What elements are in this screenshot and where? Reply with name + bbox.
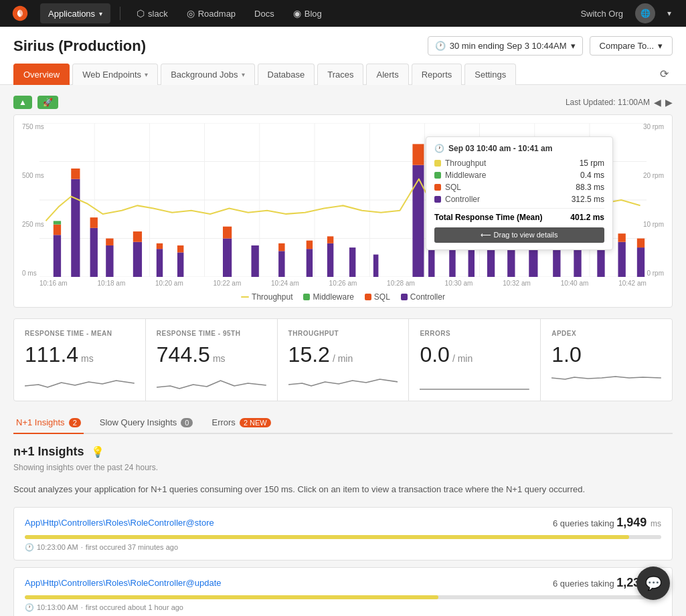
metric-value-throughput: 15.2 <box>288 342 330 367</box>
status-badge-main: ▲ <box>13 96 32 109</box>
switch-org-button[interactable]: Switch Org <box>574 5 630 22</box>
tooltip-middleware-row: Middleware 0.4 ms <box>434 171 604 180</box>
header-controls: 🕐 30 min ending Sep 3 10:44AM ▾ Compare … <box>428 36 673 56</box>
insights-title: n+1 Insights <box>13 445 84 459</box>
top-navigation: Applications ▾ ⬡ slack ◎ Roadmap Docs ◉ … <box>0 0 686 27</box>
metric-errors[interactable]: ERRORS 0.0 / min <box>409 319 540 401</box>
tab-errors-insights[interactable]: Errors 2 NEW <box>209 412 273 434</box>
legend-controller: Controller <box>401 292 445 302</box>
nav-divider <box>120 7 120 20</box>
svg-rect-36 <box>307 241 313 249</box>
tab-settings[interactable]: Settings <box>464 64 516 85</box>
user-avatar-button[interactable]: 🌐 <box>635 3 655 23</box>
chat-button[interactable]: 💬 <box>636 567 670 600</box>
tooltip-sql-row: SQL 88.3 ms <box>434 183 604 192</box>
status-indicators: ▲ 🚀 <box>13 96 58 109</box>
tab-reports[interactable]: Reports <box>412 64 462 85</box>
drag-to-view-button[interactable]: ⟵ Drag to view details <box>434 227 604 243</box>
deploy-icon: 🚀 <box>43 98 53 107</box>
tab-traces[interactable]: Traces <box>317 64 363 85</box>
nav-next-button[interactable]: ▶ <box>665 97 673 108</box>
compare-to-button[interactable]: Compare To... ▾ <box>590 36 673 56</box>
tab-web-endpoints[interactable]: Web Endpoints ▾ <box>72 64 158 85</box>
chart-legend: Throughput Middleware SQL Controller <box>19 292 667 302</box>
tab-background-jobs[interactable]: Background Jobs ▾ <box>161 64 254 85</box>
svg-rect-23 <box>106 239 113 245</box>
svg-rect-27 <box>157 243 163 249</box>
clock-meta-icon-1: 🕐 <box>25 543 34 552</box>
tooltip-total-row: Total Response Time (Mean) 401.2 ms <box>434 213 604 222</box>
svg-rect-28 <box>177 252 183 277</box>
sparkline-mean <box>25 373 135 393</box>
apps-dropdown-button[interactable]: Applications ▾ <box>40 3 110 23</box>
account-chevron-button[interactable]: ▾ <box>661 5 678 21</box>
insight-item-1-header: App\Http\Controllers\Roles\RoleControlle… <box>25 516 661 530</box>
insight-link-1[interactable]: App\Http\Controllers\Roles\RoleControlle… <box>25 518 214 528</box>
chart-area: 750 ms 500 ms 250 ms 0 ms 30 rpm 20 rpm … <box>19 123 667 277</box>
metric-throughput[interactable]: THROUGHPUT 15.2 / min <box>278 319 409 401</box>
docs-link[interactable]: Docs <box>248 5 281 22</box>
roadmap-link[interactable]: ◎ Roadmap <box>180 5 242 22</box>
chart-tooltip: 🕐 Sep 03 10:40 am - 10:41 am Throughput … <box>426 136 613 250</box>
insight-progress-bar-1 <box>25 535 661 539</box>
lightbulb-icon: 💡 <box>91 445 104 458</box>
app-logo[interactable] <box>8 1 32 25</box>
svg-rect-38 <box>327 236 333 243</box>
throughput-legend-color <box>241 296 249 298</box>
throughput-dot <box>434 160 441 167</box>
insight-meta-1: 🕐 10:23:00 AM · first occured 37 minutes… <box>25 543 661 552</box>
insight-stats-1: 6 queries taking 1,949 ms <box>553 516 661 530</box>
svg-rect-32 <box>252 245 259 277</box>
sparkline-throughput <box>288 373 398 393</box>
metric-response-95th[interactable]: RESPONSE TIME - 95TH 744.5 ms <box>146 319 277 401</box>
svg-rect-37 <box>327 243 333 277</box>
svg-rect-29 <box>177 245 183 252</box>
metric-value-errors: 0.0 <box>420 342 449 367</box>
time-range-selector[interactable]: 🕐 30 min ending Sep 3 10:44AM ▾ <box>428 36 583 56</box>
page-title: Sirius (Production) <box>13 37 146 55</box>
insight-meta-2: 🕐 10:13:00 AM · first occured about 1 ho… <box>25 603 661 612</box>
insight-link-2[interactable]: App\Http\Controllers\Roles\RoleControlle… <box>25 578 222 588</box>
svg-rect-39 <box>349 247 355 277</box>
svg-rect-16 <box>54 225 61 235</box>
tab-slow-query-insights[interactable]: Slow Query Insights 0 <box>97 412 196 434</box>
checkmark-icon: ▲ <box>19 98 27 107</box>
svg-rect-42 <box>412 144 424 165</box>
time-chevron-icon: ▾ <box>571 41 576 51</box>
svg-rect-41 <box>412 165 424 277</box>
svg-rect-40 <box>373 255 379 277</box>
svg-rect-25 <box>133 231 142 242</box>
nav-prev-button[interactable]: ◀ <box>654 97 661 108</box>
last-updated-label: Last Updated: 11:00AM ◀ ▶ <box>566 97 673 108</box>
svg-rect-31 <box>223 227 232 239</box>
insight-item-2-header: App\Http\Controllers\Roles\RoleControlle… <box>25 576 661 590</box>
clock-meta-icon-2: 🕐 <box>25 603 34 612</box>
performance-chart[interactable]: 750 ms 500 ms 250 ms 0 ms 30 rpm 20 rpm … <box>13 114 673 308</box>
tab-database[interactable]: Database <box>258 64 315 85</box>
svg-rect-17 <box>54 221 61 224</box>
tab-alerts[interactable]: Alerts <box>366 64 408 85</box>
nav-right-actions: Switch Org 🌐 ▾ <box>574 3 678 23</box>
status-badge-deploy: 🚀 <box>37 96 58 109</box>
sparkline-errors <box>420 373 529 393</box>
svg-rect-62 <box>637 247 645 277</box>
tab-n1-insights[interactable]: N+1 Insights 2 <box>13 412 84 434</box>
tab-overview[interactable]: Overview <box>13 64 70 85</box>
svg-rect-22 <box>106 245 113 277</box>
middleware-dot <box>434 172 441 179</box>
blog-link[interactable]: ◉ Blog <box>286 5 329 22</box>
refresh-button[interactable]: ⟳ <box>656 64 673 84</box>
chat-icon: 💬 <box>645 575 662 591</box>
svg-rect-34 <box>278 243 284 251</box>
legend-middleware: Middleware <box>303 292 353 302</box>
slack-link[interactable]: ⬡ slack <box>130 5 175 22</box>
controller-dot <box>434 196 441 203</box>
roadmap-icon: ◎ <box>187 8 195 19</box>
globe-icon: 🌐 <box>640 9 651 18</box>
insights-description: Scout analyzes your application for N+1 … <box>13 483 673 496</box>
svg-rect-44 <box>449 247 455 277</box>
metric-response-mean[interactable]: RESPONSE TIME - MEAN 111.4 ms <box>14 319 145 401</box>
metric-apdex[interactable]: APDEX 1.0 <box>541 319 672 401</box>
svg-rect-24 <box>133 242 142 277</box>
svg-rect-30 <box>223 239 232 278</box>
